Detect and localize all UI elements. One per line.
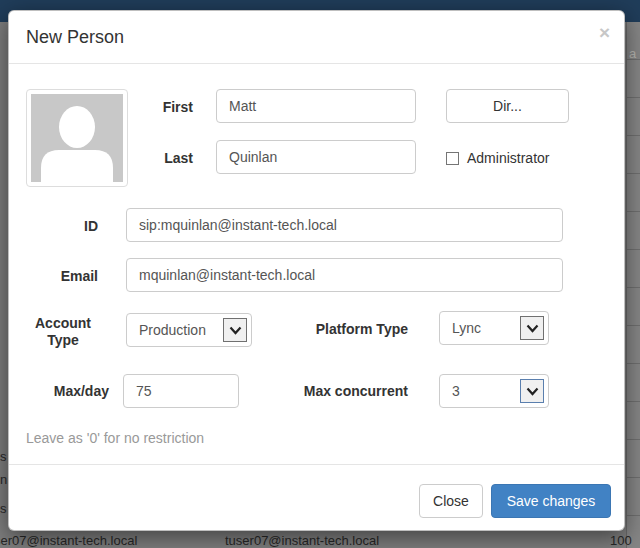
dialog-title: New Person — [26, 27, 124, 48]
chevron-down-icon[interactable] — [520, 379, 544, 403]
max-per-day-input[interactable] — [123, 374, 239, 408]
background-cell-text: 100 — [610, 533, 632, 548]
background-text-fragment: s — [0, 449, 7, 464]
account-type-select[interactable]: Production — [126, 313, 252, 347]
background-text-fragment: n — [0, 472, 7, 487]
administrator-label: Administrator — [467, 150, 549, 166]
close-icon[interactable]: × — [599, 25, 610, 41]
header-divider — [9, 63, 624, 64]
background-text-fragment: s — [0, 501, 7, 516]
page-backdrop: a s n s ser07@instant-tech.local tuser07… — [0, 0, 640, 548]
account-type-label: Account Type — [21, 315, 105, 349]
background-table-column — [626, 22, 640, 548]
checkbox-box[interactable] — [446, 152, 459, 165]
platform-type-value: Lync — [452, 320, 481, 336]
background-cell-text: ser07@instant-tech.local — [0, 533, 137, 548]
background-text-fragment: a — [629, 46, 636, 61]
chevron-down-icon[interactable] — [520, 316, 544, 340]
account-type-value: Production — [139, 322, 206, 338]
new-person-dialog: New Person × First Last Dir... Administr… — [8, 10, 625, 531]
email-label: Email — [21, 268, 98, 284]
close-button[interactable]: Close — [419, 484, 483, 518]
max-per-day-label: Max/day — [21, 383, 109, 399]
first-name-label: First — [109, 99, 193, 115]
background-cell-text: tuser07@instant-tech.local — [225, 533, 379, 548]
footer-divider — [9, 464, 624, 465]
platform-type-label: Platform Type — [259, 321, 408, 337]
last-name-label: Last — [109, 150, 193, 166]
last-name-input[interactable] — [216, 140, 416, 174]
chevron-down-icon[interactable] — [223, 318, 247, 342]
id-label: ID — [21, 218, 98, 234]
background-table-row: ser07@instant-tech.local tuser07@instant… — [0, 531, 640, 548]
id-input[interactable] — [126, 208, 563, 242]
max-concurrent-value: 3 — [452, 383, 460, 399]
restriction-hint-text: Leave as '0' for no restriction — [26, 430, 204, 446]
platform-type-select[interactable]: Lync — [439, 311, 549, 345]
max-concurrent-select[interactable]: 3 — [439, 374, 549, 408]
email-input[interactable] — [126, 258, 563, 292]
directory-lookup-button[interactable]: Dir... — [446, 89, 569, 123]
max-concurrent-label: Max concurrent — [259, 383, 408, 399]
first-name-input[interactable] — [216, 89, 416, 123]
save-changes-button[interactable]: Save changes — [491, 484, 611, 518]
administrator-checkbox[interactable]: Administrator — [446, 150, 549, 166]
